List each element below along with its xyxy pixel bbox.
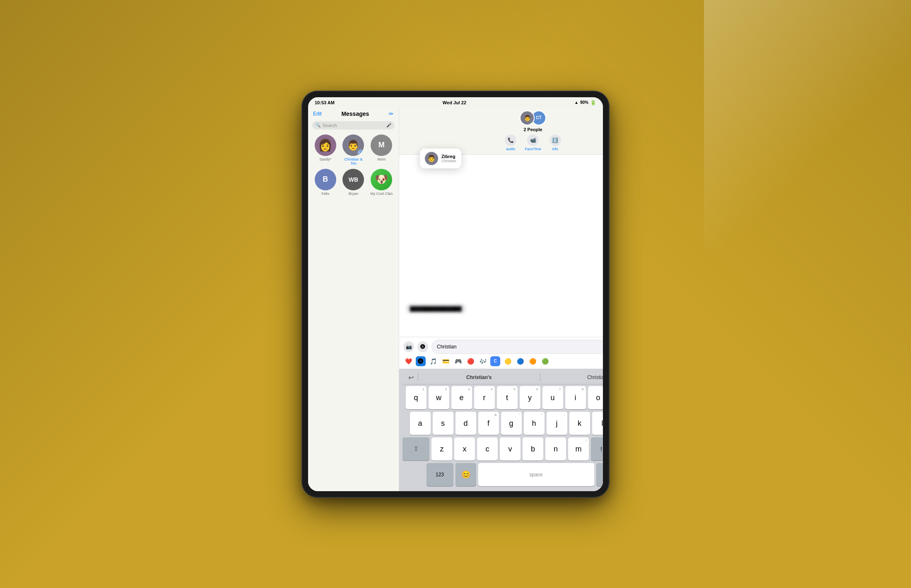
avatar-bryan: WB — [342, 169, 364, 190]
pinned-contacts: 👩 Sandy* 👨 CT Christian & Tim — [308, 133, 399, 199]
key-g[interactable]: 'g — [501, 412, 522, 435]
contact-pin-sandy[interactable]: 👩 Sandy* — [313, 134, 338, 166]
autocomplete-divider — [418, 373, 418, 382]
action-info[interactable]: ℹ️ info — [549, 134, 561, 151]
message-bubble-received: ████████████████ — [406, 304, 466, 314]
app-icon-applepay[interactable]: 💳 — [441, 356, 451, 366]
key-q[interactable]: 1q — [406, 386, 427, 409]
key-o[interactable]: 9o — [588, 386, 603, 409]
key-row-2: a s d &f 'g "h -j k l return — [402, 412, 603, 435]
app-icon-appstore[interactable]: 🅐 — [416, 356, 426, 366]
key-l[interactable]: l — [592, 412, 603, 435]
app-icon-search[interactable]: 🔴 — [465, 356, 475, 366]
key-d[interactable]: d — [456, 412, 476, 435]
facetime-label: FaceTime — [525, 147, 541, 151]
contact-pin-christian-tim[interactable]: 👨 CT Christian & Tim — [341, 134, 366, 166]
key-t[interactable]: 5t — [497, 386, 518, 409]
status-date: Wed Jul 22 — [443, 100, 466, 105]
key-emoji[interactable]: 😊 — [456, 463, 476, 486]
key-h[interactable]: "h — [524, 412, 545, 435]
avatar-sandy: 👩 — [315, 134, 336, 156]
key-c[interactable]: c — [477, 437, 498, 461]
contact-pin-felix[interactable]: B Felix — [313, 169, 338, 196]
key-e[interactable]: 3e — [451, 386, 472, 409]
key-numbers[interactable]: 123 — [427, 463, 453, 486]
messages-app: Edit Messages ✏ 🔍 Search 🎤 👩 — [308, 107, 603, 491]
key-r[interactable]: 4r — [474, 386, 495, 409]
contact-name-mom: Mom — [377, 157, 386, 161]
table-row: ████████████ — [406, 317, 603, 327]
app-icon-chrome[interactable]: C — [490, 356, 500, 366]
key-k[interactable]: k — [569, 412, 590, 435]
app-icon-extra3[interactable]: 🟠 — [528, 356, 537, 366]
key-s[interactable]: s — [433, 412, 453, 435]
wifi-icon: ▲ — [574, 100, 578, 105]
key-f[interactable]: &f — [478, 412, 499, 435]
battery-icon: 🔋 — [590, 100, 596, 106]
mic-icon: 🎤 — [386, 123, 391, 127]
messages-area: ████████████████ ████████████ — [399, 155, 603, 337]
contact-pin-my-cool-clan[interactable]: 🐶 My Cool Clan — [369, 169, 394, 196]
input-area: 📷 🅐 Christian ↑ ❤️ 🅐 🎵 💳 🎮 🔴 — [399, 337, 603, 369]
window-light — [704, 0, 911, 248]
app-icon-extra4[interactable]: 🟢 — [540, 356, 550, 366]
status-icons: ▲ 90% 🔋 — [574, 100, 596, 106]
messages-title: Messages — [341, 110, 369, 117]
detail-pane: 👨 CT 2 People 📞 audio 📹 — [399, 107, 603, 491]
app-icon-music2[interactable]: 🎶 — [478, 356, 488, 366]
audio-label: audio — [506, 147, 515, 151]
camera-button[interactable]: 📷 — [403, 341, 414, 352]
input-text: Christian — [437, 344, 456, 350]
contact-name-bryan: Bryan — [349, 192, 359, 196]
detail-header: 👨 CT 2 People 📞 audio 📹 — [399, 107, 603, 155]
message-input[interactable]: Christian ↑ — [431, 340, 603, 354]
key-shift-left[interactable]: ⇧ — [402, 437, 429, 461]
key-n[interactable]: n — [545, 437, 566, 461]
key-exclaim[interactable]: ! — [591, 437, 603, 461]
key-period[interactable]: . — [596, 463, 603, 486]
app-icon-extra1[interactable]: 🟡 — [503, 356, 513, 366]
detail-actions: 📞 audio 📹 FaceTime ℹ️ info — [505, 134, 561, 151]
facetime-icon: 📹 — [527, 134, 539, 146]
group-name: 2 People — [523, 127, 542, 132]
key-row-3: ⇧ z x c v b n !m ! ? ⇧ — [402, 437, 603, 461]
contact-pin-bryan[interactable]: WB Bryan — [341, 169, 366, 196]
search-bar[interactable]: 🔍 Search 🎤 — [312, 121, 395, 130]
key-j[interactable]: -j — [547, 412, 567, 435]
input-row: 📷 🅐 Christian ↑ — [403, 340, 603, 354]
key-a[interactable]: a — [410, 412, 431, 435]
app-icon-extra2[interactable]: 🔵 — [515, 356, 525, 366]
avatar-felix: B — [315, 169, 336, 190]
key-row-1: 1q 2w 3e 4r 5t 6y 7u 8i 9o 0p ⌫ — [402, 386, 603, 409]
action-facetime[interactable]: 📹 FaceTime — [525, 134, 541, 151]
key-y[interactable]: 6y — [520, 386, 540, 409]
suggestion-popup[interactable]: 👨 Zibreg Christian — [420, 149, 461, 168]
suggestion-avatar: 👨 — [425, 152, 438, 165]
contact-pin-mom[interactable]: M Mom — [369, 134, 394, 166]
ipad-screen: 10:53 AM Wed Jul 22 ▲ 90% 🔋 Edit Message… — [308, 97, 603, 491]
key-space[interactable]: space — [478, 463, 594, 486]
app-icon-heart[interactable]: ❤️ — [403, 356, 413, 366]
action-audio[interactable]: 📞 audio — [505, 134, 516, 151]
autocomplete-word-1[interactable]: Christian's — [420, 374, 538, 380]
key-u[interactable]: 7u — [542, 386, 563, 409]
app-icon-game[interactable]: 🎮 — [453, 356, 463, 366]
keyboard-rows: 1q 2w 3e 4r 5t 6y 7u 8i 9o 0p ⌫ — [402, 384, 603, 488]
autocomplete-back-button[interactable]: ↩ — [406, 374, 416, 382]
key-v[interactable]: v — [500, 437, 521, 461]
autocomplete-word-2[interactable]: Christiansen — [542, 374, 603, 380]
ipad-device: 10:53 AM Wed Jul 22 ▲ 90% 🔋 Edit Message… — [302, 91, 609, 497]
key-m[interactable]: !m — [568, 437, 589, 461]
key-z[interactable]: z — [431, 437, 452, 461]
edit-button[interactable]: Edit — [313, 111, 322, 117]
compose-button[interactable]: ✏ — [389, 110, 394, 117]
app-icon-music[interactable]: 🎵 — [428, 356, 438, 366]
group-avatar-1: 👨 — [520, 110, 535, 125]
key-i[interactable]: 8i — [565, 386, 586, 409]
key-b[interactable]: b — [523, 437, 543, 461]
apps-button[interactable]: 🅐 — [417, 341, 428, 352]
key-x[interactable]: x — [454, 437, 475, 461]
keyboard: ↩ Christian's Christiansen 1q 2w 3e — [399, 369, 603, 491]
autocomplete-bar: ↩ Christian's Christiansen — [402, 371, 603, 384]
key-w[interactable]: 2w — [429, 386, 449, 409]
